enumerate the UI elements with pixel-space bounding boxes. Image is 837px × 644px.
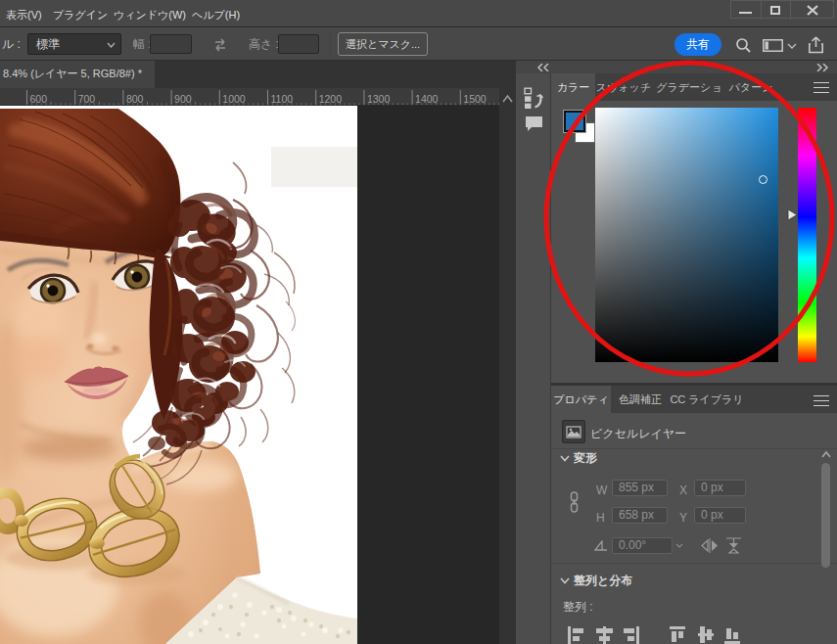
svg-text:800: 800	[126, 93, 144, 105]
svg-text:600: 600	[30, 93, 48, 105]
svg-text:1400: 1400	[415, 93, 439, 105]
svg-text:1500: 1500	[463, 93, 487, 105]
svg-text:900: 900	[174, 93, 192, 105]
svg-text:1000: 1000	[222, 93, 246, 105]
svg-text:1300: 1300	[367, 93, 391, 105]
svg-text:1200: 1200	[319, 93, 343, 105]
svg-text:1100: 1100	[271, 93, 294, 105]
svg-text:700: 700	[78, 93, 96, 105]
